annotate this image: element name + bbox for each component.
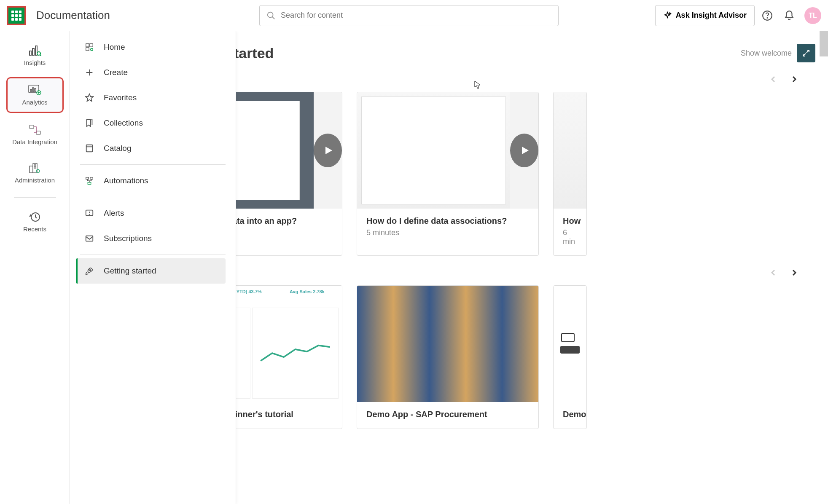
carousel-next-button[interactable] [786,264,803,281]
data-integration-icon [28,124,42,136]
alert-icon [84,208,94,218]
search-icon [266,11,276,20]
rail-label: Data Integration [12,138,57,145]
plus-icon [84,67,94,78]
help-button[interactable] [758,6,777,25]
search-box[interactable] [259,5,559,26]
chevron-right-icon [790,269,798,276]
nav-item-automations[interactable]: Automations [80,168,226,193]
nav-item-home[interactable]: Home [80,35,226,60]
demo-card-title: Demo App - SAP Procurement [366,410,529,419]
expand-icon [802,49,810,57]
carousel-prev-button[interactable] [765,264,782,281]
ask-insight-advisor-button[interactable]: Ask Insight Advisor [655,5,755,26]
nav-item-subscriptions[interactable]: Subscriptions [80,226,226,251]
svg-rect-34 [86,145,93,152]
rail-item-analytics[interactable]: Analytics [6,77,64,113]
video-card-title: How do I define data associations? [366,216,529,226]
expand-welcome-button[interactable] [797,44,815,62]
home-icon [84,42,94,52]
nav-label: Home [104,43,125,52]
nav-label: Create [104,68,128,77]
rail-label: Administration [15,177,55,184]
video-thumbnail [554,92,586,209]
nav-label: Subscriptions [104,234,152,243]
automations-icon [84,176,94,186]
svg-rect-37 [88,182,91,185]
svg-line-8 [40,55,41,56]
svg-point-41 [89,270,91,271]
top-header: Documentation Ask Insight Advisor TL [0,0,828,31]
nav-item-catalog[interactable]: Catalog [80,136,226,161]
svg-rect-4 [30,51,31,55]
nav-label: Automations [104,176,148,185]
rail-item-recents[interactable]: Recents [6,205,64,239]
sparkle-icon [663,11,672,20]
grid-icon [11,11,22,21]
nav-label: Collections [104,118,143,128]
search-container [259,5,559,26]
svg-rect-10 [30,89,32,91]
nav-item-getting-started[interactable]: Getting started [76,258,226,284]
notifications-button[interactable] [780,6,798,25]
nav-separator [80,164,226,165]
svg-point-33 [91,48,93,51]
rail-item-insights[interactable]: Insights [6,39,64,72]
nav-separator [80,255,226,255]
bookmark-icon [84,118,94,128]
rail-separator [14,197,56,198]
insights-icon [28,45,42,56]
svg-point-7 [37,52,40,55]
svg-rect-31 [90,44,93,47]
svg-rect-18 [34,165,36,166]
page-breadcrumb-title: Documentation [36,9,110,22]
svg-rect-29 [560,346,580,354]
video-thumbnail [357,92,538,209]
show-welcome-control: Show welcome [741,44,815,62]
video-card[interactable]: How do I define data associations? 5 min… [357,92,539,256]
chevron-left-icon [769,75,777,83]
svg-rect-35 [86,177,89,180]
chevron-left-icon [769,269,777,276]
svg-rect-12 [35,88,36,91]
analytics-icon [28,84,42,96]
svg-rect-28 [562,333,574,342]
carousel-nav [765,71,803,88]
rail-item-administration[interactable]: Administration [6,156,64,190]
svg-point-0 [268,12,273,17]
scrollbar[interactable] [820,31,828,56]
video-card-duration: 5 minutes [366,228,529,237]
recents-icon [28,211,42,223]
rail-label: Recents [23,225,46,233]
nav-item-create[interactable]: Create [80,60,226,85]
catalog-icon [84,143,94,153]
svg-rect-36 [90,177,93,180]
chevron-right-icon [790,75,798,83]
rail-item-data-integration[interactable]: Data Integration [6,118,64,151]
mail-icon [84,233,94,244]
svg-line-1 [272,16,275,19]
nav-item-alerts[interactable]: Alerts [80,201,226,226]
user-avatar[interactable]: TL [804,7,821,24]
carousel-prev-button[interactable] [765,71,782,88]
carousel-next-button[interactable] [786,71,803,88]
app-launcher-button[interactable] [7,6,26,25]
svg-point-20 [36,169,40,173]
video-card[interactable]: How 6 min [553,92,587,256]
svg-rect-5 [32,48,34,55]
header-right-actions: Ask Insight Advisor TL [655,5,821,26]
svg-rect-16 [30,166,33,173]
demo-card[interactable]: Demo App - SAP Procurement [357,285,539,429]
rail-label: Insights [24,59,46,66]
svg-rect-32 [86,48,89,51]
search-input[interactable] [281,11,551,20]
nav-label: Getting started [104,266,156,276]
nav-separator [80,197,226,197]
svg-rect-19 [34,167,36,168]
nav-label: Catalog [104,144,132,153]
play-icon [314,134,342,167]
nav-item-collections[interactable]: Collections [80,110,226,136]
nav-item-favorites[interactable]: Favorites [80,85,226,110]
bell-icon [784,10,795,21]
demo-card[interactable]: Demo [553,285,587,429]
